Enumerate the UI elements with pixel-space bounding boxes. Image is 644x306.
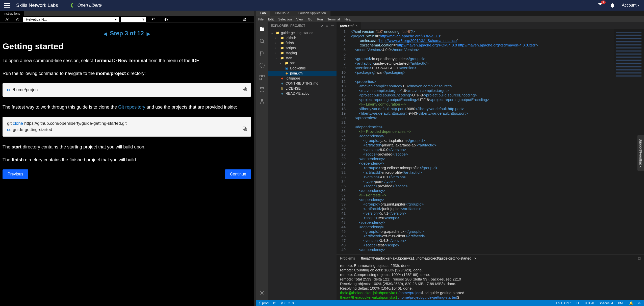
divider: [64, 2, 64, 9]
svg-point-4: [260, 39, 264, 43]
terminal-output[interactable]: remote: Enumerating objects: 2539, done.…: [337, 262, 644, 300]
close-icon[interactable]: ×: [355, 24, 357, 28]
instructions-toolbar: A+ A- Helvetica N...▾ ▾ ↶ ◐ 🖶: [0, 16, 254, 23]
color-select[interactable]: ▾: [121, 17, 146, 22]
feedback-tab[interactable]: Support/Feedback: [637, 135, 644, 171]
instructions-content: ◀ Step 3 of 12 ▶ Getting started To open…: [0, 23, 254, 306]
status-indent[interactable]: Spaces: 4: [599, 301, 613, 305]
font-family-select[interactable]: Helvetica N...▾: [23, 17, 119, 22]
paragraph: The finish directory contains the finish…: [3, 157, 251, 163]
collapse-icon[interactable]: ⊟: [326, 24, 328, 28]
tree-item-pom-xml[interactable]: ◆ pom.xml: [268, 71, 337, 76]
tree-item--gitignore[interactable]: ◆ .gitignore: [268, 76, 337, 81]
font-decrease-button[interactable]: A-: [13, 17, 22, 21]
status-errors[interactable]: ⊘ 0 ⚠ 0: [280, 301, 294, 305]
pane-resize-handle[interactable]: [254, 11, 256, 306]
status-language[interactable]: XML: [618, 301, 625, 305]
step-next-icon[interactable]: ▶: [147, 31, 150, 36]
tree-item--github[interactable]: ›📁 .github: [268, 35, 337, 40]
status-bell-icon[interactable]: 🔔: [629, 301, 633, 305]
account-menu[interactable]: Account▼: [622, 3, 640, 8]
menu-view[interactable]: View: [296, 17, 303, 21]
tree-item-staging[interactable]: ›📁 staging: [268, 50, 337, 56]
menu-edit[interactable]: Edit: [268, 17, 274, 21]
refresh-icon[interactable]: ⟳: [321, 24, 323, 28]
tab-lab[interactable]: Lab: [256, 11, 270, 16]
ide-top-tabs: Lab IBMCloud Launch Application: [256, 11, 644, 16]
file-tree: ⌄📁 guide-getting-started›📁 .github›📁 fin…: [268, 29, 337, 300]
explorer-icon[interactable]: [259, 26, 265, 32]
extensions-icon[interactable]: [259, 74, 265, 81]
menu-icon[interactable]: [4, 3, 10, 8]
font-increase-button[interactable]: A+: [3, 17, 12, 21]
source-control-icon[interactable]: [259, 50, 265, 57]
tree-item-CONTRIBUTING-md[interactable]: ◈ CONTRIBUTING.md: [268, 81, 337, 86]
liberty-icon[interactable]: [259, 62, 265, 69]
tab-ibmcloud[interactable]: IBMCloud: [270, 11, 294, 16]
git-repo-link[interactable]: Git repository: [118, 105, 145, 110]
maximize-icon[interactable]: □: [638, 256, 640, 260]
editor-tab-pom[interactable]: pom.xml ×: [337, 22, 361, 29]
tree-item-LICENSE[interactable]: § LICENSE: [268, 86, 337, 91]
tree-item-finish[interactable]: ›📁 finish: [268, 40, 337, 45]
instructions-tab[interactable]: Instructions: [0, 11, 24, 16]
svg-line-5: [263, 42, 264, 43]
tree-item-start[interactable]: ⌄📁 start: [268, 56, 337, 61]
menu-bar: File Edit Selection View Go Run Terminal…: [256, 16, 644, 22]
step-navigator: ◀ Step 3 of 12 ▶: [3, 30, 251, 37]
svg-point-7: [260, 54, 261, 55]
tree-item-scripts[interactable]: ›📁 scripts: [268, 45, 337, 50]
product-logo: Open Liberty: [70, 3, 102, 8]
tree-item-Dockerfile[interactable]: ▣ Dockerfile: [268, 66, 337, 71]
theme-icon[interactable]: ◐: [160, 17, 172, 22]
svg-point-8: [263, 53, 264, 54]
gear-icon[interactable]: [259, 290, 265, 296]
editor-area: pom.xml × 123456789101112131415161718192…: [337, 22, 644, 300]
tree-item-README-adoc[interactable]: ◈ README.adoc: [268, 91, 337, 96]
liberty-icon: [70, 3, 76, 8]
more-icon[interactable]: ⋯: [331, 24, 334, 28]
editor-tabs: pom.xml ×: [337, 22, 644, 29]
svg-rect-12: [260, 78, 262, 80]
paragraph: The fastest way to work through this gui…: [3, 104, 251, 111]
database-icon[interactable]: [259, 86, 265, 93]
bell-icon[interactable]: [610, 3, 615, 8]
undo-icon[interactable]: ↶: [147, 17, 159, 22]
code-editor[interactable]: 1234567891011121314151617181920212223242…: [337, 29, 644, 254]
svg-point-9: [260, 63, 264, 68]
tab-terminal[interactable]: theia@theiadocker-jakubpomyka1: /home/pr…: [361, 256, 476, 260]
step-prev-icon[interactable]: ◀: [104, 31, 107, 36]
explorer-title: EXPLORER: PROJECT: [271, 24, 305, 28]
ide-pane: Lab IBMCloud Launch Application File Edi…: [256, 11, 644, 306]
status-sync-icon[interactable]: ⟳: [273, 301, 276, 305]
copy-icon[interactable]: [242, 126, 248, 134]
menu-terminal[interactable]: Terminal: [327, 17, 340, 21]
menu-go[interactable]: Go: [308, 17, 312, 21]
instructions-tab-bar: Instructions: [0, 11, 254, 16]
continue-button[interactable]: Continue: [225, 169, 251, 179]
search-icon[interactable]: [259, 38, 265, 44]
bottom-panel: Problems theia@theiadocker-jakubpomyka1:…: [337, 254, 644, 300]
status-encoding[interactable]: UTF-8: [585, 301, 594, 305]
status-feedback-icon[interactable]: ☺: [638, 301, 641, 305]
copy-icon[interactable]: [242, 86, 248, 94]
tree-item-guide-getting-started[interactable]: ⌄📁 guide-getting-started: [268, 30, 337, 35]
tree-item-src[interactable]: ›📁 src: [268, 61, 337, 66]
tab-problems[interactable]: Problems: [340, 256, 355, 260]
code-block[interactable]: cd /home/project: [3, 83, 251, 97]
status-eol[interactable]: LF: [576, 301, 580, 305]
menu-file[interactable]: File: [258, 17, 264, 21]
status-cursor[interactable]: Ln 1, Col 1: [556, 301, 572, 305]
paragraph: To open a new command-line session, sele…: [3, 57, 251, 64]
previous-button[interactable]: Previous: [3, 169, 28, 179]
print-icon[interactable]: 🖶: [239, 17, 251, 22]
menu-help[interactable]: Help: [344, 17, 351, 21]
announcements-icon[interactable]: 9: [598, 2, 603, 9]
tab-launch[interactable]: Launch Application: [294, 11, 330, 16]
menu-run[interactable]: Run: [317, 17, 323, 21]
close-icon[interactable]: ×: [474, 256, 476, 260]
flask-icon[interactable]: [259, 98, 265, 105]
menu-selection[interactable]: Selection: [278, 17, 292, 21]
status-branch[interactable]: ᛘ prod: [259, 301, 269, 305]
code-block[interactable]: git clone https://github.com/openliberty…: [3, 117, 251, 137]
